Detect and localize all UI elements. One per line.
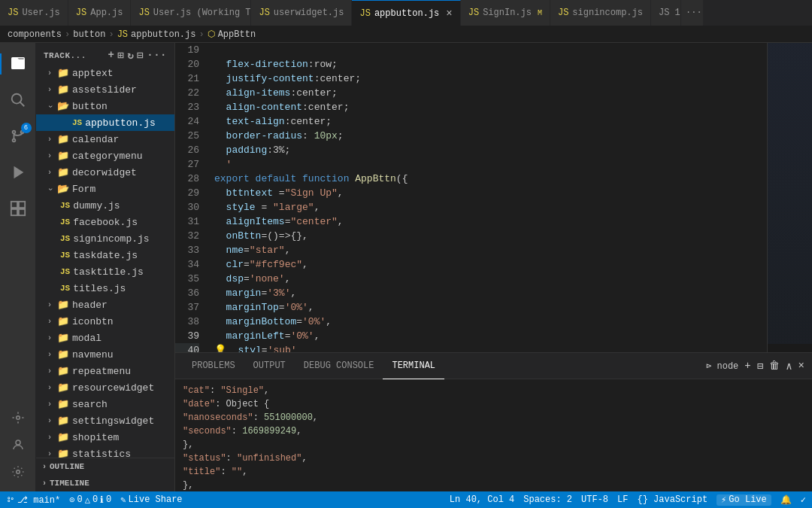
tab-user-js[interactable]: JS User.js <box>0 0 68 26</box>
extensions-button[interactable] <box>0 190 36 227</box>
js-file-icon: JS <box>60 201 70 210</box>
sidebar-item-apptext[interactable]: › 📁 apptext <box>36 65 174 81</box>
source-control-badge: 6 <box>21 123 32 133</box>
language-label: {} JavaScript <box>637 494 707 505</box>
terminal-tab-debug[interactable]: DEBUG CONSOLE <box>295 353 383 379</box>
breadcrumb-symbol[interactable]: ⬡ <box>208 29 215 40</box>
sidebar-item-decorwidget[interactable]: › 📁 decorwidget <box>36 164 174 181</box>
settings-button[interactable] <box>0 458 36 485</box>
sidebar-item-calendar[interactable]: › 📁 calendar <box>36 131 174 148</box>
tab-user-js-working[interactable]: JS User.js (Working Tree) <box>131 0 251 26</box>
sidebar-item-navmenu[interactable]: › 📁 navmenu <box>36 346 174 363</box>
sidebar-item-resourcewidget[interactable]: › 📁 resourcewidget <box>36 379 174 396</box>
collapse-icon[interactable]: ⊟ <box>137 49 144 62</box>
outline-header[interactable]: › OUTLINE <box>36 458 174 475</box>
sidebar-item-titles-js[interactable]: JS titles.js <box>36 280 174 297</box>
sidebar-item-repeatmenu[interactable]: › 📁 repeatmenu <box>36 363 174 379</box>
search-activity-button[interactable] <box>0 82 36 118</box>
svg-point-12 <box>16 440 20 445</box>
sidebar-item-facebook-js[interactable]: JS facebook.js <box>36 214 174 230</box>
tab-extra[interactable]: JS 1 <box>651 0 681 26</box>
folder-icon: 📁 <box>57 133 69 145</box>
breadcrumb-part[interactable]: AppBttn <box>218 29 256 40</box>
tab-close-button[interactable]: × <box>446 8 452 19</box>
sidebar-label-search: search <box>72 399 108 410</box>
status-bar: ⎇ main* ⊙ 0 △ 0 ℹ 0 ✎ Live Share Ln 40, … <box>0 491 812 508</box>
remote-icon <box>11 411 25 424</box>
source-control-button[interactable]: 6 <box>0 118 36 154</box>
breadcrumb-part[interactable]: JS <box>117 29 128 40</box>
terminal-tab-label: DEBUG CONSOLE <box>304 360 374 371</box>
refresh-icon[interactable]: ↻ <box>127 49 134 62</box>
sidebar-item-categorymenu[interactable]: › 📁 categorymenu <box>36 148 174 164</box>
language-status[interactable]: {} JavaScript <box>637 494 707 505</box>
tab-signincomp-js[interactable]: JS signincomp.js <box>550 0 651 26</box>
maximize-panel-icon[interactable]: ∧ <box>786 360 792 373</box>
terminal-tab-terminal[interactable]: TERMINAL <box>383 353 444 379</box>
go-live-status[interactable]: ⚡ Go Live <box>717 494 771 506</box>
sidebar-item-statistics[interactable]: › 📁 statistics <box>36 446 174 458</box>
terminal-tab-output[interactable]: OUTPUT <box>244 353 295 379</box>
remote-status[interactable]: ✓ <box>801 494 806 506</box>
live-share-status[interactable]: ✎ Live Share <box>120 494 182 506</box>
notifications-status[interactable]: 🔔 <box>780 494 792 506</box>
sidebar-label-repeatmenu: repeatmenu <box>72 366 131 377</box>
terminal-tab-problems[interactable]: PROBLEMS <box>183 353 244 379</box>
new-folder-icon[interactable]: ⊞ <box>117 49 124 62</box>
sidebar-item-shopitem[interactable]: › 📁 shopitem <box>36 429 174 446</box>
sidebar-item-modal[interactable]: › 📁 modal <box>36 330 174 346</box>
tab-overflow[interactable]: ··· <box>681 0 704 26</box>
new-file-icon[interactable]: + <box>108 49 115 62</box>
sidebar-item-form[interactable]: › 📂 Form <box>36 181 174 197</box>
plus-icon[interactable]: + <box>744 360 750 372</box>
sidebar-item-search[interactable]: › 📁 search <box>36 396 174 412</box>
cursor-position-label: Ln 40, Col 4 <box>450 494 514 505</box>
breadcrumb-part[interactable]: button <box>73 29 105 40</box>
go-live-icon: ⚡ <box>721 494 726 506</box>
timeline-header[interactable]: › TIMELINE <box>36 475 174 491</box>
tab-appbutton-js[interactable]: JS appbutton.js × <box>352 0 460 26</box>
git-branch-status[interactable]: ⎇ main* <box>6 494 60 506</box>
terminal-panel: PROBLEMS OUTPUT DEBUG CONSOLE TERMINAL ⊳… <box>175 352 812 491</box>
sidebar-label-assetslider: assetslider <box>72 84 137 96</box>
code-editor[interactable]: 1920212223242526 2728293031323334 353637… <box>175 43 812 352</box>
sidebar-item-assetslider[interactable]: › 📁 assetslider <box>36 81 174 98</box>
sidebar-item-signincomp-js[interactable]: JS signincomp.js <box>36 230 174 247</box>
more-options-icon[interactable]: ··· <box>147 49 167 62</box>
run-debug-button[interactable] <box>0 154 36 190</box>
sidebar-item-appbutton-js[interactable]: JS appbutton.js <box>36 114 174 131</box>
account-button[interactable] <box>0 431 36 458</box>
trash-icon[interactable]: 🗑 <box>769 360 780 372</box>
chevron-right-icon: › <box>45 450 54 458</box>
breadcrumb-part[interactable]: appbutton.js <box>131 29 195 40</box>
explorer-activity-button[interactable] <box>0 46 36 82</box>
warning-icon: △ <box>85 494 90 506</box>
tab-label: userwidget.js <box>274 8 344 18</box>
sidebar-item-tasktitle-js[interactable]: JS tasktitle.js <box>36 263 174 280</box>
sidebar-item-button[interactable]: › 📂 button <box>36 98 174 114</box>
split-terminal-icon[interactable]: ⊟ <box>757 360 763 373</box>
chevron-right-icon: › <box>45 318 54 326</box>
sidebar-item-taskdate-js[interactable]: JS taskdate.js <box>36 247 174 263</box>
breadcrumb-part[interactable]: components <box>8 29 62 40</box>
terminal-content[interactable]: "cat": "Single", "date": Object { "nanos… <box>175 379 812 491</box>
encoding-status[interactable]: UTF-8 <box>581 494 608 505</box>
tab-app-js[interactable]: JS App.js <box>68 0 132 26</box>
tab-userwidget-js[interactable]: JS userwidget.js <box>251 0 352 26</box>
sidebar-item-iconbtn[interactable]: › 📁 iconbtn <box>36 313 174 330</box>
sidebar-label-decorwidget: decorwidget <box>72 167 137 178</box>
sidebar-item-header[interactable]: › 📁 header <box>36 297 174 313</box>
indentation-status[interactable]: Spaces: 2 <box>523 494 572 505</box>
sidebar-item-settingswidget[interactable]: › 📁 settingswidget <box>36 412 174 429</box>
sidebar-item-dummy-js[interactable]: JS dummy.js <box>36 197 174 214</box>
tab-signin-js[interactable]: JS SignIn.js M <box>461 0 550 26</box>
sidebar-label-button: button <box>72 101 108 112</box>
cursor-position-status[interactable]: Ln 40, Col 4 <box>450 494 514 505</box>
terminal-line: }, <box>183 438 804 452</box>
remote-button[interactable] <box>0 404 36 431</box>
errors-status[interactable]: ⊙ 0 △ 0 ℹ 0 <box>69 494 111 506</box>
line-ending-status[interactable]: LF <box>617 494 628 505</box>
folder-icon: 📁 <box>57 166 69 178</box>
close-panel-icon[interactable]: × <box>798 360 804 372</box>
code-content[interactable]: flex-direction:row; justify-content:cent… <box>207 43 767 352</box>
